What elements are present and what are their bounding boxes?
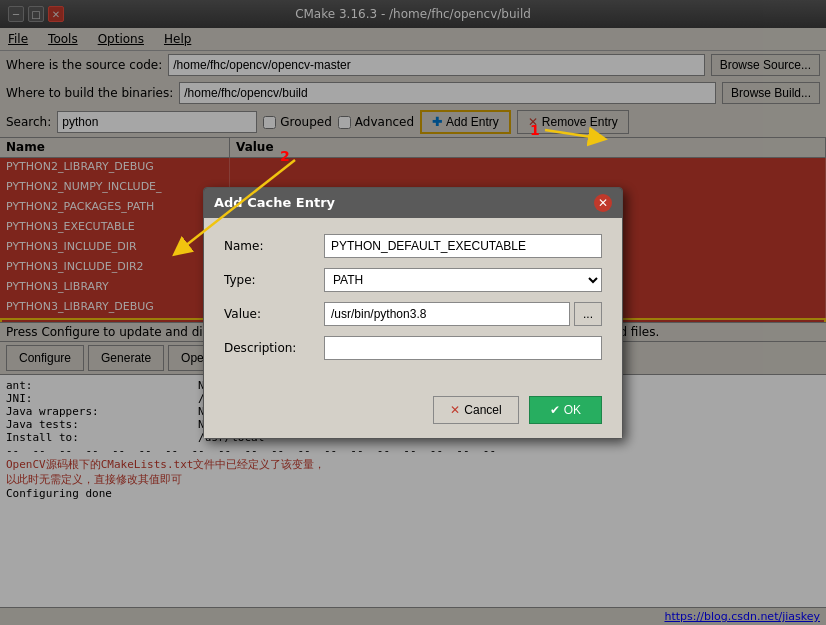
modal-overlay: Add Cache Entry ✕ Name: Type: PATH STRIN… [0, 0, 826, 625]
cancel-icon: ✕ [450, 403, 460, 417]
modal-close-button[interactable]: ✕ [594, 194, 612, 212]
type-field-row: Type: PATH STRING BOOL FILEPATH [224, 268, 602, 292]
value-field-label: Value: [224, 307, 324, 321]
type-field-select[interactable]: PATH STRING BOOL FILEPATH [324, 268, 602, 292]
name-field-row: Name: [224, 234, 602, 258]
modal-title: Add Cache Entry [214, 195, 335, 210]
value-browse-button[interactable]: ... [574, 302, 602, 326]
cancel-button[interactable]: ✕ Cancel [433, 396, 518, 424]
value-field-input[interactable] [324, 302, 570, 326]
description-field-row: Description: [224, 336, 602, 360]
value-field-row: Value: ... [224, 302, 602, 326]
ok-icon: ✔ [550, 403, 560, 417]
description-field-input[interactable] [324, 336, 602, 360]
type-field-label: Type: [224, 273, 324, 287]
description-field-label: Description: [224, 341, 324, 355]
ok-button[interactable]: ✔ OK [529, 396, 602, 424]
modal-footer: ✕ Cancel ✔ OK [204, 386, 622, 438]
modal-title-bar: Add Cache Entry ✕ [204, 188, 622, 218]
name-field-input[interactable] [324, 234, 602, 258]
add-cache-entry-dialog: Add Cache Entry ✕ Name: Type: PATH STRIN… [203, 187, 623, 439]
modal-body: Name: Type: PATH STRING BOOL FILEPATH Va… [204, 218, 622, 386]
name-field-label: Name: [224, 239, 324, 253]
